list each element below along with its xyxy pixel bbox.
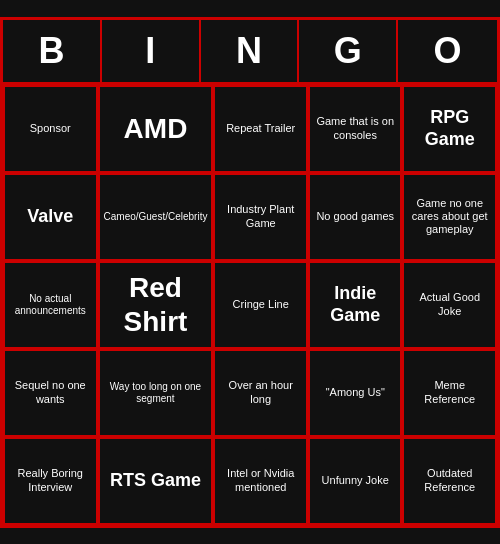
bingo-cell[interactable]: Outdated Reference [402,437,497,525]
cell-text: No actual announcements [9,293,92,317]
cell-text: Industry Plant Game [219,203,302,229]
cell-text: Actual Good Joke [408,291,491,317]
cell-text: Cameo/Guest/Celebrity [104,211,208,223]
cell-text: Indie Game [314,283,397,326]
header-letter: O [398,20,497,82]
bingo-cell[interactable]: Actual Good Joke [402,261,497,349]
bingo-cell[interactable]: AMD [98,85,214,173]
bingo-cell[interactable]: RTS Game [98,437,214,525]
bingo-cell[interactable]: Valve [3,173,98,261]
bingo-cell[interactable]: Intel or Nvidia mentioned [213,437,308,525]
bingo-cell[interactable]: Game that is on consoles [308,85,403,173]
cell-text: Unfunny Joke [322,474,389,487]
bingo-cell[interactable]: Repeat Trailer [213,85,308,173]
cell-text: Outdated Reference [408,467,491,493]
header-letter: B [3,20,102,82]
bingo-cell[interactable]: Indie Game [308,261,403,349]
bingo-cell[interactable]: Way too long on one segment [98,349,214,437]
header-letter: I [102,20,201,82]
cell-text: Sponsor [30,122,71,135]
bingo-header: BINGO [3,20,497,85]
bingo-cell[interactable]: Really Boring Interview [3,437,98,525]
cell-text: Intel or Nvidia mentioned [219,467,302,493]
bingo-cell[interactable]: Sponsor [3,85,98,173]
bingo-cell[interactable]: Sequel no one wants [3,349,98,437]
cell-text: RTS Game [110,470,201,492]
cell-text: Repeat Trailer [226,122,295,135]
cell-text: Way too long on one segment [104,381,208,405]
cell-text: Over an hour long [219,379,302,405]
bingo-cell[interactable]: Unfunny Joke [308,437,403,525]
cell-text: Sequel no one wants [9,379,92,405]
header-letter: G [299,20,398,82]
cell-text: Cringe Line [233,298,289,311]
bingo-grid: SponsorAMDRepeat TrailerGame that is on … [3,85,497,525]
bingo-cell[interactable]: No good games [308,173,403,261]
cell-text: Game that is on consoles [314,115,397,141]
bingo-cell[interactable]: Cringe Line [213,261,308,349]
bingo-cell[interactable]: Industry Plant Game [213,173,308,261]
bingo-cell[interactable]: Cameo/Guest/Celebrity [98,173,214,261]
bingo-cell[interactable]: RPG Game [402,85,497,173]
bingo-cell[interactable]: "Among Us" [308,349,403,437]
bingo-cell[interactable]: Red Shirt [98,261,214,349]
bingo-cell[interactable]: Meme Reference [402,349,497,437]
cell-text: Game no one cares about get gameplay [408,197,491,237]
cell-text: "Among Us" [326,386,385,399]
bingo-cell[interactable]: Game no one cares about get gameplay [402,173,497,261]
bingo-cell[interactable]: No actual announcements [3,261,98,349]
cell-text: Valve [27,206,73,228]
header-letter: N [201,20,300,82]
bingo-card: BINGO SponsorAMDRepeat TrailerGame that … [0,17,500,528]
cell-text: No good games [316,210,394,223]
bingo-cell[interactable]: Over an hour long [213,349,308,437]
cell-text: Red Shirt [104,271,208,338]
cell-text: Meme Reference [408,379,491,405]
cell-text: RPG Game [408,107,491,150]
cell-text: Really Boring Interview [9,467,92,493]
cell-text: AMD [124,112,188,146]
